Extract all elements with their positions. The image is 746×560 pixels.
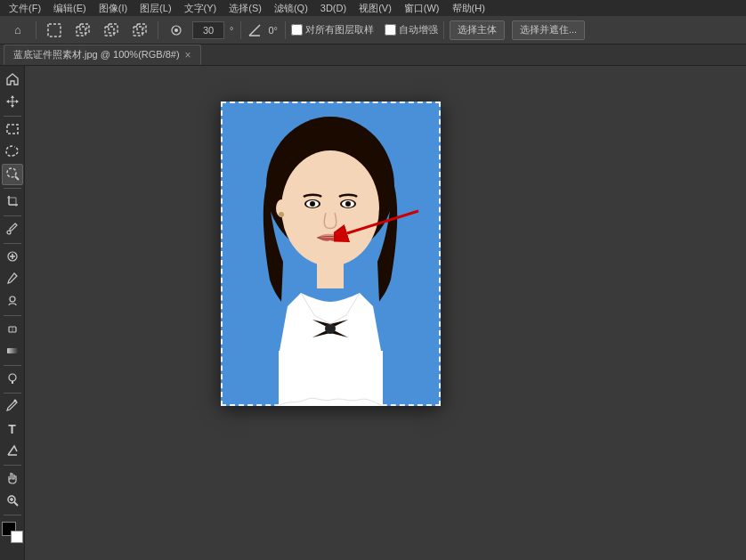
auto-enhance-input[interactable] — [385, 24, 396, 36]
menu-image[interactable]: 图像(I) — [93, 0, 133, 16]
tool-dodge[interactable] — [2, 369, 23, 390]
photo-container — [221, 101, 441, 406]
clone-icon — [5, 294, 20, 311]
tool-separator-2 — [4, 188, 21, 189]
add-selection-button[interactable]: + — [70, 20, 95, 40]
menu-3d[interactable]: 3D(D) — [315, 0, 352, 16]
svg-point-45 — [345, 201, 351, 207]
tool-quick-select[interactable] — [2, 164, 23, 185]
tool-text[interactable]: T — [2, 418, 23, 440]
brush-size-icon — [168, 22, 184, 38]
menu-window[interactable]: 窗口(W) — [399, 0, 445, 16]
svg-point-15 — [7, 168, 16, 177]
auto-enhance-checkbox[interactable]: 自动增强 — [385, 23, 438, 37]
menu-edit[interactable]: 编辑(E) — [48, 0, 92, 16]
healing-icon — [5, 249, 20, 266]
tool-zoom[interactable] — [2, 491, 23, 512]
tool-healing[interactable] — [2, 247, 23, 268]
svg-rect-0 — [48, 24, 61, 37]
tool-clone[interactable] — [2, 291, 23, 312]
new-selection-button[interactable] — [42, 20, 67, 40]
menu-view[interactable]: 视图(V) — [353, 0, 397, 16]
intersect-selection-button[interactable]: × — [127, 20, 152, 40]
tool-gradient[interactable] — [2, 341, 23, 362]
svg-rect-39 — [317, 253, 344, 288]
tool-home[interactable] — [2, 69, 23, 91]
tool-hand[interactable] — [2, 468, 23, 490]
svg-text:+: + — [85, 24, 89, 32]
tool-eraser[interactable] — [2, 319, 23, 340]
gradient-icon — [5, 344, 20, 361]
tool-move[interactable] — [2, 92, 23, 113]
tool-pen[interactable] — [2, 396, 23, 418]
auto-enhance-label: 自动增强 — [399, 23, 438, 37]
svg-point-48 — [325, 323, 336, 334]
tool-separator-7 — [4, 393, 21, 394]
svg-line-34 — [14, 502, 18, 506]
tool-separator-3 — [4, 215, 21, 216]
options-toolbar: ⌂ + - × — [0, 16, 746, 45]
tool-eyedropper[interactable] — [2, 219, 23, 240]
add-selection-icon: + — [75, 22, 91, 38]
text-tool-icon: T — [8, 422, 16, 436]
menu-help[interactable]: 帮助(H) — [447, 0, 491, 16]
home-icon: ⌂ — [10, 22, 26, 38]
tool-brush[interactable] — [2, 269, 23, 290]
sample-all-layers-input[interactable] — [291, 24, 303, 36]
svg-rect-50 — [279, 351, 383, 406]
svg-line-16 — [15, 176, 19, 180]
sample-all-layers-checkbox[interactable]: 对所有图层取样 — [291, 23, 374, 37]
angle-icon — [247, 22, 263, 38]
menu-select[interactable]: 选择(S) — [223, 0, 267, 16]
menu-bar: 文件(F) 编辑(E) 图像(I) 图层(L) 文字(Y) 选择(S) 滤镜(Q… — [0, 0, 746, 16]
menu-layer[interactable]: 图层(L) — [134, 0, 176, 16]
toolbar-separator — [36, 21, 36, 39]
path-select-icon — [5, 443, 20, 460]
subtract-selection-button[interactable]: - — [99, 20, 124, 40]
menu-text[interactable]: 文字(Y) — [179, 0, 223, 16]
subtract-selection-icon: - — [103, 22, 119, 38]
tab-label: 蓝底证件照素材.jpg @ 100%(RGB/8#) — [13, 48, 180, 61]
left-toolbar: T — [0, 66, 25, 560]
angle-value-label: 0° — [268, 25, 278, 36]
home-button[interactable]: ⌂ — [5, 20, 30, 40]
toolbar-separator-2 — [158, 21, 158, 39]
intersect-selection-icon: × — [132, 22, 148, 38]
quick-select-icon — [5, 166, 20, 183]
svg-point-44 — [310, 201, 315, 207]
tool-separator-6 — [4, 365, 21, 366]
tool-lasso[interactable] — [2, 142, 23, 163]
tool-separator-1 — [4, 116, 21, 117]
tool-separator-4 — [4, 243, 21, 244]
main-area: T — [0, 66, 746, 560]
tool-path-select[interactable] — [2, 441, 23, 462]
menu-filter[interactable]: 滤镜(Q) — [269, 0, 313, 16]
dodge-icon — [5, 371, 20, 388]
eraser-icon — [5, 321, 20, 338]
tool-separator-5 — [4, 315, 21, 316]
svg-rect-14 — [7, 125, 18, 134]
tool-rect-select[interactable] — [2, 119, 23, 141]
svg-line-12 — [249, 25, 260, 36]
menu-file[interactable]: 文件(F) — [4, 0, 46, 16]
tool-crop[interactable] — [2, 191, 23, 213]
select-and-mask-button[interactable]: 选择并遮住... — [512, 20, 585, 40]
tab-close-button[interactable]: × — [185, 49, 191, 61]
degree-input[interactable] — [192, 21, 224, 39]
background-color[interactable] — [11, 531, 23, 543]
document-tab[interactable]: 蓝底证件照素材.jpg @ 100%(RGB/8#) × — [4, 45, 201, 65]
brush-tool-icon — [5, 272, 20, 288]
rect-select-icon — [5, 122, 20, 139]
svg-point-29 — [9, 374, 16, 381]
toolbar-separator-5 — [443, 21, 444, 39]
svg-rect-28 — [7, 348, 18, 353]
svg-point-11 — [174, 28, 178, 32]
document-canvas — [221, 101, 441, 406]
zoom-icon — [5, 493, 20, 510]
svg-point-25 — [10, 296, 15, 302]
svg-text:×: × — [142, 25, 145, 31]
select-subject-button[interactable]: 选择主体 — [450, 20, 505, 40]
svg-point-31 — [13, 399, 16, 402]
svg-point-38 — [281, 150, 379, 266]
brush-size-button[interactable] — [164, 20, 189, 40]
